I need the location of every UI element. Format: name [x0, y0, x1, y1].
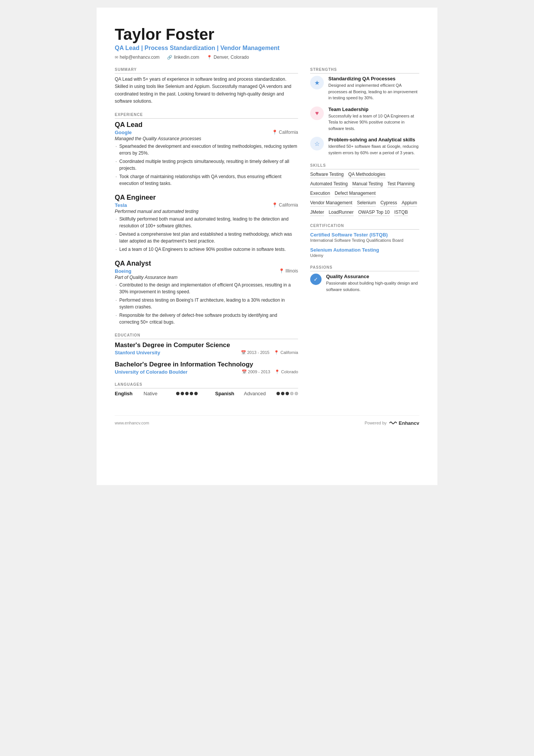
education-section: EDUCATION Master's Degree in Computer Sc…	[115, 333, 298, 375]
bullet-1-1: Spearheaded the development and executio…	[115, 143, 298, 157]
skill-13: LoadRunner	[329, 210, 354, 216]
job-bullets-3: Contributed to the design and implementa…	[115, 282, 298, 326]
lang-english: English Native Spanish Advanced	[115, 391, 298, 396]
dot	[185, 392, 189, 395]
strength-3: ☆ Problem-solving and Analytical skills …	[310, 137, 419, 156]
header-section: Taylor Foster QA Lead | Process Standard…	[115, 26, 419, 60]
lang-dots-2	[276, 392, 298, 395]
cert-1: Certified Software Tester (ISTQB) Intern…	[310, 232, 419, 243]
strength-1: ★ Standardizing QA Processes Designed an…	[310, 76, 419, 101]
dot	[290, 392, 294, 395]
checkmark-icon: ✓	[310, 274, 322, 285]
strength-title-1: Standardizing QA Processes	[328, 76, 419, 81]
linkedin-icon: 🔗	[167, 55, 172, 60]
passions-title: PASSIONS	[310, 265, 419, 271]
dot	[286, 392, 289, 395]
skill-5: Test Planning	[387, 181, 415, 188]
location-icon: 📍	[207, 55, 212, 60]
cert-name-1: Certified Software Tester (ISTQB)	[310, 232, 419, 238]
edu-school-2: University of Colorado Boulder	[115, 369, 187, 375]
dot	[181, 392, 184, 395]
job-company-2: Tesla	[115, 202, 127, 208]
edu-detail-1: 📅 2013 - 2015 📍 California	[241, 350, 298, 355]
skill-6: Execution	[310, 191, 330, 197]
email-icon: ✉	[115, 55, 118, 60]
summary-title: SUMMARY	[115, 67, 298, 74]
cert-name-2: Selenium Automation Testing	[310, 247, 419, 253]
bullet-3-3: Responsible for the delivery of defect-f…	[115, 312, 298, 326]
candidate-title: QA Lead | Process Standardization | Vend…	[115, 45, 419, 52]
location-pin-2: 📍	[272, 202, 278, 208]
email-value: help@enhancv.com	[120, 55, 159, 60]
job-qa-engineer: QA Engineer Tesla 📍 California Performed…	[115, 194, 298, 253]
footer-brand: Powered by Enhancv	[365, 420, 419, 426]
footer: www.enhancv.com Powered by Enhancv	[115, 415, 419, 426]
job-bullets-1: Spearheaded the development and executio…	[115, 143, 298, 187]
dot	[176, 392, 180, 395]
edu-bachelors: Bachelor's Degree in Information Technol…	[115, 361, 298, 375]
job-qa-lead: QA Lead Google 📍 California Managed the …	[115, 121, 298, 187]
lang-level-1: Native	[144, 391, 170, 396]
passions-section: PASSIONS ✓ Quality Assurance Passionate …	[310, 265, 419, 293]
job-meta-2: Tesla 📍 California	[115, 202, 298, 208]
job-meta-1: Google 📍 California	[115, 130, 298, 135]
dot	[194, 392, 198, 395]
cert-org-2: Udemy	[310, 253, 419, 258]
edu-degree-2: Bachelor's Degree in Information Technol…	[115, 361, 298, 368]
location-pin-3: 📍	[279, 268, 284, 274]
summary-section: SUMMARY QA Lead with 5+ years of experie…	[115, 67, 298, 105]
job-company-3: Boeing	[115, 268, 131, 274]
skill-2: QA Methodologies	[348, 172, 386, 178]
enhancv-logo: Enhancv	[389, 420, 419, 426]
job-title-1: QA Lead	[115, 121, 298, 129]
job-location-2: 📍 California	[272, 202, 298, 208]
edu-school-1: Stanford University	[115, 350, 160, 355]
certification-title: CERTIFICATION	[310, 224, 419, 230]
languages-title: LANGUAGES	[115, 382, 298, 388]
skill-7: Defect Management	[335, 191, 376, 197]
strength-desc-1: Designed and implemented efficient QA pr…	[328, 82, 419, 101]
cert-org-1: International Software Testing Qualifica…	[310, 238, 419, 243]
lang-dots-1	[176, 392, 198, 395]
contact-info: ✉ help@enhancv.com 🔗 linkedin.com 📍 Denv…	[115, 55, 419, 60]
job-desc-2: Performed manual and automated testing	[115, 209, 298, 214]
linkedin-contact: 🔗 linkedin.com	[167, 55, 199, 60]
bullet-1-3: Took charge of maintaining relationships…	[115, 173, 298, 187]
experience-title: EXPERIENCE	[115, 113, 298, 119]
job-bullets-2: Skillfully performed both manual and aut…	[115, 216, 298, 253]
strength-content-1: Standardizing QA Processes Designed and …	[328, 76, 419, 101]
edu-meta-1: Stanford University 📅 2013 - 2015 📍 Cali…	[115, 350, 298, 355]
strength-title-3: Problem-solving and Analytical skills	[328, 137, 419, 142]
resume-page: Taylor Foster QA Lead | Process Standard…	[97, 8, 437, 485]
experience-section: EXPERIENCE QA Lead Google 📍 California M…	[115, 113, 298, 326]
star-outline-icon: ☆	[310, 137, 324, 150]
strength-title-2: Team Leadership	[328, 106, 419, 112]
heart-icon: ♥	[310, 106, 324, 120]
job-location-1: 📍 California	[272, 130, 298, 135]
skill-8: Vendor Management	[310, 200, 352, 207]
job-desc-3: Part of Quality Assurance team	[115, 275, 298, 280]
location-pin-1: 📍	[272, 130, 278, 135]
passion-desc-1: Passionate about building high-quality d…	[326, 280, 419, 293]
edu-meta-2: University of Colorado Boulder 📅 2009 - …	[115, 369, 298, 375]
passion-1: ✓ Quality Assurance Passionate about bui…	[310, 274, 419, 293]
main-columns: SUMMARY QA Lead with 5+ years of experie…	[115, 67, 419, 404]
job-location-3: 📍 Illinois	[279, 268, 298, 274]
edu-masters: Master's Degree in Computer Science Stan…	[115, 341, 298, 355]
strengths-section: STRENGTHS ★ Standardizing QA Processes D…	[310, 67, 419, 156]
strengths-title: STRENGTHS	[310, 67, 419, 74]
bullet-2-1: Skillfully performed both manual and aut…	[115, 216, 298, 229]
strength-2: ♥ Team Leadership Successfully led a tea…	[310, 106, 419, 132]
education-title: EDUCATION	[115, 333, 298, 339]
edu-detail-2: 📅 2009 - 2013 📍 Colorado	[242, 369, 298, 374]
bullet-1-2: Coordinated multiple testing projects si…	[115, 158, 298, 172]
strength-desc-3: Identified 50+ software flaws at Google,…	[328, 143, 419, 156]
skill-4: Manual Testing	[352, 181, 383, 188]
skill-15: ISTQB	[394, 210, 408, 216]
strength-content-2: Team Leadership Successfully led a team …	[328, 106, 419, 132]
dot	[276, 392, 280, 395]
right-column: STRENGTHS ★ Standardizing QA Processes D…	[310, 67, 419, 404]
bullet-2-3: Led a team of 10 QA Engineers to achieve…	[115, 246, 298, 253]
skill-10: Cypress	[380, 200, 397, 207]
passion-title-1: Quality Assurance	[326, 274, 419, 279]
